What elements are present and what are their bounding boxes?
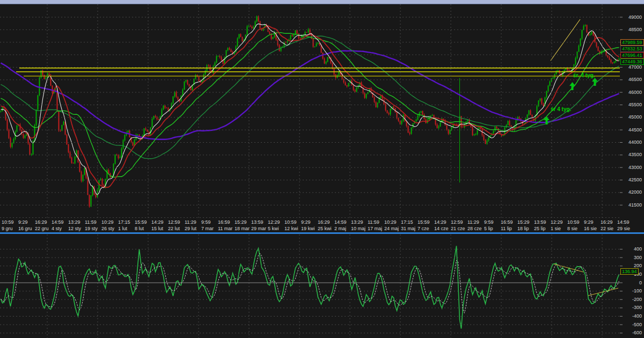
time-label: 14:59 [617,219,639,225]
indicator-axis-label: -100 [621,288,642,294]
price-tag-ma-4: 47449.36 [620,58,644,65]
trading-terminal: 4900048500480004750047000465004600045500… [0,0,644,338]
indicator-current-value: 136.94 [620,268,639,275]
price-tag-ma-2: 47832.53 [620,46,644,52]
indicator-axis-label: -500 [621,322,642,328]
indicator-axis-label: 300 [621,255,642,261]
indicator-axis-label: 0 [621,280,642,286]
indicator-axis-label: -400 [621,313,642,319]
ma-fast [1,24,619,195]
oscillator-signal-line [1,253,619,313]
indicator-axis-label: -600 [621,330,642,336]
main-plot-area[interactable] [1,16,620,208]
annotation-sr-4-tyg-lower: śr 4 tyg. [551,106,571,112]
indicator-axis-label: -200 [621,297,642,303]
time-axis-entry: 14:5929 sie [617,219,639,232]
trendline[interactable] [551,19,580,61]
chart-canvas[interactable] [0,0,644,338]
price-tag-ma-1: 47989.59 [620,39,644,46]
window-top-border [0,0,644,4]
panel-separator[interactable] [0,232,644,234]
ma-medium [1,26,619,187]
candles [1,16,620,208]
indicator-axis-label: -300 [621,305,642,311]
price-tag-ma-3: 47696.41 [620,52,644,58]
annotation-sr-4-tyg-upper: śr. 4 tyg. [573,72,595,78]
grid [0,4,620,338]
date-label: 29 sie [617,225,639,232]
ma-slowest [1,51,619,139]
indicator-axis-label: 400 [621,246,642,252]
